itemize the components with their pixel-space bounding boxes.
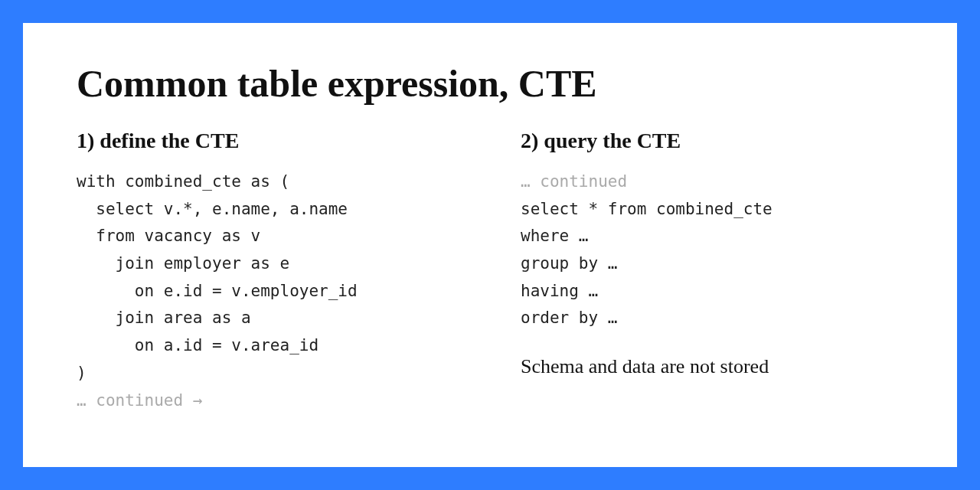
- left-heading: 1) define the CTE: [77, 129, 459, 153]
- code-line: group by …: [521, 254, 617, 273]
- right-heading: 2) query the CTE: [521, 129, 903, 153]
- code-line: with combined_cte as (: [77, 172, 289, 191]
- code-line: select * from combined_cte: [521, 200, 773, 218]
- slide-card: Common table expression, CTE 1) define t…: [23, 23, 957, 467]
- code-line: join area as a: [77, 309, 251, 327]
- code-line: on a.id = v.area_id: [77, 336, 318, 354]
- footnote: Schema and data are not stored: [521, 355, 903, 378]
- code-line: having …: [521, 282, 598, 300]
- code-line: on e.id = v.employer_id: [77, 282, 358, 300]
- continued-indicator: … continued →: [77, 391, 202, 410]
- code-line: join employer as e: [77, 254, 289, 273]
- continued-indicator: … continued: [521, 172, 627, 191]
- code-line: order by …: [521, 309, 617, 327]
- slide-title: Common table expression, CTE: [77, 61, 903, 106]
- code-line: select v.*, e.name, a.name: [77, 200, 348, 218]
- right-code-block: … continued select * from combined_cte w…: [521, 168, 903, 332]
- code-line: from vacancy as v: [77, 227, 260, 245]
- code-line: ): [77, 364, 87, 382]
- left-code-block: with combined_cte as ( select v.*, e.nam…: [77, 168, 459, 414]
- left-column: 1) define the CTE with combined_cte as (…: [77, 129, 459, 414]
- right-column: 2) query the CTE … continued select * fr…: [521, 129, 903, 414]
- columns: 1) define the CTE with combined_cte as (…: [77, 129, 903, 414]
- code-line: where …: [521, 227, 589, 245]
